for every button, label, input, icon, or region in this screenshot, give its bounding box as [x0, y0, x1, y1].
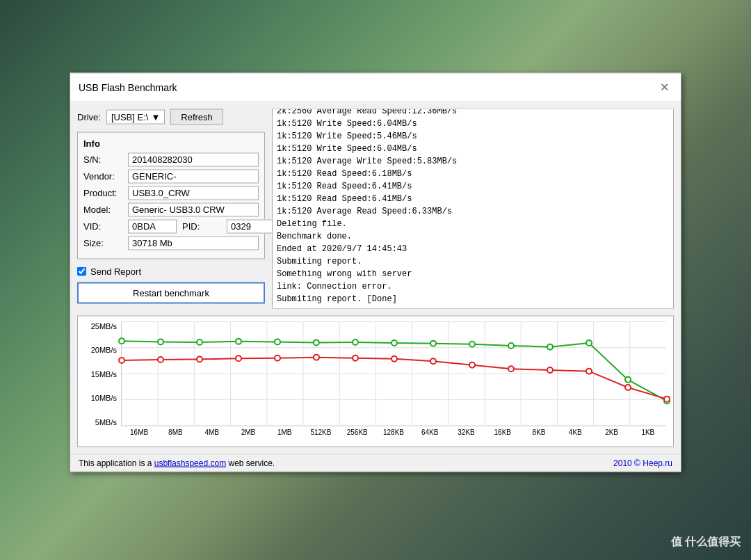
log-area[interactable]: 2k:2560 Read Speed:12.71MB/s2k:2560 Read…	[273, 109, 673, 307]
svg-point-45	[586, 368, 592, 374]
chart-area	[121, 321, 666, 426]
svg-point-26	[430, 340, 436, 346]
info-title: Info	[83, 138, 259, 148]
vid-group: VID: 0BDA	[83, 219, 177, 233]
dialog-window: USB Flash Benchmark ✕ Drive: [USB] E:\ ▼…	[70, 72, 681, 472]
chart-x-label: 4KB	[557, 428, 593, 435]
footer-bar: This application is a usbflashspeed.com …	[70, 454, 681, 471]
svg-point-41	[430, 358, 436, 364]
product-label: Product:	[83, 188, 125, 198]
vid-value: 0BDA	[128, 219, 177, 233]
log-line: Ended at 2020/9/7 14:45:43	[277, 242, 669, 255]
footer-copyright: 2010 © Heep.ru	[613, 458, 672, 467]
svg-point-18	[119, 338, 124, 344]
product-row: Product: USB3.0_CRW	[83, 186, 259, 200]
footer-link[interactable]: usbflashspeed.com	[154, 458, 226, 467]
svg-point-39	[353, 355, 358, 360]
svg-point-28	[508, 342, 514, 348]
pid-label: PID:	[182, 221, 224, 232]
log-line: Deleting file.	[277, 217, 669, 230]
log-line: 1k:5120 Read Speed:6.18MB/s	[277, 167, 669, 179]
svg-point-23	[314, 339, 319, 345]
log-line: 1k:5120 Read Speed:6.41MB/s	[277, 179, 669, 192]
chart-x-label: 8MB	[157, 428, 193, 435]
svg-point-19	[158, 339, 163, 344]
log-line: Something wrong with server	[277, 267, 669, 280]
chart-y-label: 10MB/s	[85, 394, 120, 402]
model-value: Generic- USB3.0 CRW	[128, 202, 259, 216]
chart-x-label: 64KB	[412, 428, 448, 435]
svg-point-35	[197, 356, 202, 362]
dialog-title: USB Flash Benchmark	[79, 81, 177, 93]
log-line: 2k:2560 Average Read Speed:12.36MB/s	[277, 109, 669, 117]
chart-x-label: 256KB	[339, 428, 376, 435]
chart-container: 25MB/s20MB/s15MB/s10MB/s5MB/s	[85, 321, 666, 443]
chart-x-label: 1KB	[630, 428, 666, 435]
send-report-label: Send Report	[90, 266, 141, 276]
svg-point-43	[508, 366, 514, 371]
model-label: Model:	[83, 205, 125, 215]
pid-group: PID: 0329	[182, 219, 275, 233]
footer-left: This application is a usbflashspeed.com …	[79, 458, 275, 467]
svg-point-34	[158, 356, 163, 362]
chart-x-label: 1MB	[266, 428, 302, 435]
pid-value: 0329	[227, 219, 275, 233]
restart-benchmark-button[interactable]: Restart benchmark	[77, 282, 265, 303]
svg-point-33	[119, 358, 124, 363]
svg-point-31	[625, 376, 631, 382]
chart-y-labels: 25MB/s20MB/s15MB/s10MB/s5MB/s	[85, 321, 120, 426]
size-label: Size:	[83, 238, 125, 248]
svg-point-37	[275, 355, 280, 360]
refresh-button[interactable]: Refresh	[170, 109, 223, 125]
title-bar: USB Flash Benchmark ✕	[70, 73, 681, 102]
sn-row: S/N: 201408282030	[83, 152, 259, 166]
chart-x-label: 2MB	[230, 428, 266, 435]
product-value: USB3.0_CRW	[128, 186, 259, 200]
chart-x-label: 128KB	[376, 428, 412, 435]
svg-point-24	[353, 339, 358, 344]
vid-pid-row: VID: 0BDA PID: 0329	[83, 219, 259, 233]
size-value: 30718 Mb	[128, 236, 259, 250]
log-line: 1k:5120 Average Write Speed:5.83MB/s	[277, 154, 669, 167]
svg-point-40	[391, 355, 397, 361]
chart-x-label: 8KB	[521, 428, 557, 435]
chart-x-label: 16KB	[485, 428, 521, 435]
log-line: link: Connection error.	[277, 280, 669, 292]
chart-y-label: 15MB/s	[85, 369, 120, 378]
log-line: 1k:5120 Write Speed:6.04MB/s	[277, 117, 669, 129]
size-row: Size: 30718 Mb	[83, 236, 259, 250]
vendor-row: Vendor: GENERIC-	[83, 169, 259, 183]
chart-y-label: 5MB/s	[85, 417, 120, 426]
svg-point-46	[625, 384, 631, 390]
chart-x-label: 32KB	[448, 428, 484, 435]
drive-row: Drive: [USB] E:\ ▼ Refresh	[77, 109, 265, 125]
svg-point-44	[547, 367, 553, 372]
log-line: Submiting report.	[277, 255, 669, 267]
svg-point-47	[664, 396, 670, 401]
svg-point-20	[197, 339, 202, 344]
footer-text-after: web service.	[226, 458, 275, 467]
svg-point-21	[236, 338, 241, 344]
left-panel: Drive: [USB] E:\ ▼ Refresh Info S/N: 201…	[77, 109, 265, 308]
footer-text-before: This application is a	[79, 458, 154, 467]
drive-label: Drive:	[77, 111, 101, 122]
model-row: Model: Generic- USB3.0 CRW	[83, 202, 259, 216]
vid-label: VID:	[83, 221, 125, 232]
vendor-label: Vendor:	[83, 171, 125, 182]
info-box: Info S/N: 201408282030 Vendor: GENERIC- …	[77, 131, 265, 259]
svg-point-29	[547, 344, 553, 349]
log-line: Submiting report. [Done]	[277, 292, 669, 305]
log-line: 1k:5120 Read Speed:6.41MB/s	[277, 192, 669, 205]
svg-point-27	[469, 341, 475, 346]
chart-x-label: 2KB	[593, 428, 629, 435]
chart-section: 25MB/s20MB/s15MB/s10MB/s5MB/s	[77, 315, 674, 447]
chart-x-label: 512KB	[302, 428, 339, 435]
chart-x-label: 16MB	[121, 428, 157, 435]
sn-label: S/N:	[83, 154, 125, 165]
close-button[interactable]: ✕	[656, 79, 672, 95]
drive-select[interactable]: [USB] E:\ ▼	[106, 109, 165, 124]
send-report-checkbox[interactable]	[77, 266, 86, 275]
svg-point-22	[275, 339, 280, 344]
svg-point-25	[391, 340, 397, 346]
log-panel: 2k:2560 Read Speed:12.71MB/s2k:2560 Read…	[272, 109, 674, 308]
